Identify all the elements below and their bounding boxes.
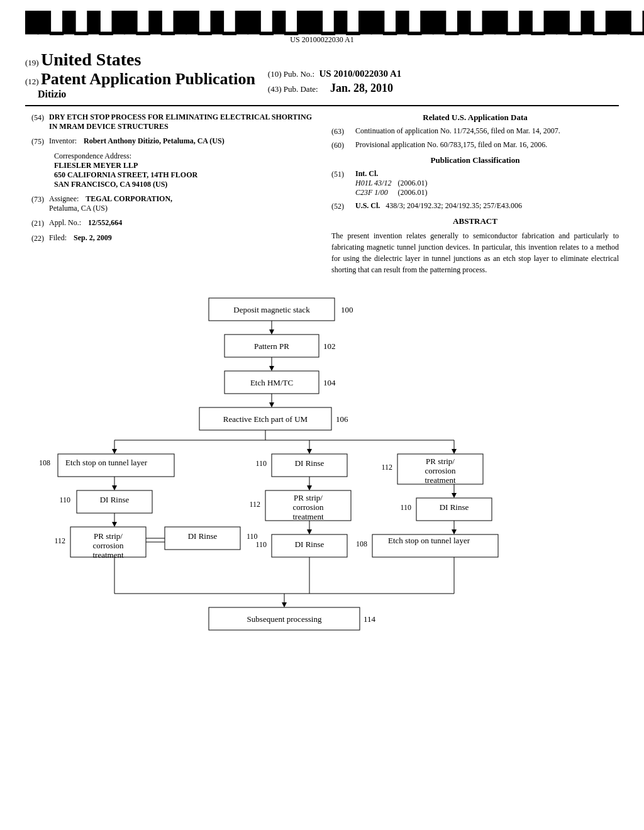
- assignee-content: Assignee: TEGAL CORPORATION, Petaluma, C…: [49, 194, 172, 213]
- pub-num-row: (10) Pub. No.: US 2010/0022030 A1: [268, 69, 402, 79]
- left-column: (54) DRY ETCH STOP PROCESS FOR ELIMINATI…: [25, 113, 313, 275]
- assignee-label: Assignee:: [49, 194, 79, 203]
- int-cl-num: (51): [331, 169, 355, 197]
- int-cl-2-date: (2006.01): [397, 188, 433, 197]
- continuation-num: (63): [331, 126, 355, 136]
- inventor-content: Inventor: Robert Anthony Ditizio, Petalu…: [49, 136, 225, 147]
- flowchart-section: Deposit magnetic stack 100 Pattern PR 10…: [25, 285, 619, 688]
- assignee-section: (73) Assignee: TEGAL CORPORATION, Petalu…: [25, 194, 313, 213]
- right-column: Related U.S. Application Data (63) Conti…: [331, 113, 619, 275]
- flowchart-svg: Deposit magnetic stack 100 Pattern PR 10…: [39, 292, 605, 682]
- filed-num: (22): [25, 233, 49, 243]
- int-cl-1-code: H01L 43/12: [355, 179, 391, 188]
- appl-value: 12/552,664: [88, 218, 122, 227]
- corr-addr1: 650 CALIFORNIA STREET, 14TH FLOOR: [54, 170, 313, 180]
- corr-label: Correspondence Address:: [54, 152, 313, 161]
- pub-class-heading: Publication Classification: [331, 155, 619, 165]
- di-rinse-left-side-id: 110: [247, 532, 258, 541]
- etch-hm-label: Etch HM/TC: [250, 378, 293, 387]
- pr-strip-left-id: 112: [54, 536, 65, 545]
- filed-value: Sep. 2, 2009: [74, 233, 112, 242]
- corr-addr2: SAN FRANCISCO, CA 94108 (US): [54, 180, 313, 189]
- country-prefix: (19) United States: [25, 50, 255, 70]
- subsequent-id: 114: [364, 614, 376, 624]
- etch-stop-right-label1: Etch stop on tunnel layer: [388, 536, 470, 545]
- etch-hm-id: 104: [323, 378, 336, 387]
- inventor-section: (75) Inventor: Robert Anthony Ditizio, P…: [25, 136, 313, 147]
- title-text: DRY ETCH STOP PROCESS FOR ELIMINATING EL…: [49, 113, 312, 131]
- corr-firm: FLIESLER MEYER LLP: [54, 161, 313, 170]
- us-cl-value: 438/3; 204/192.32; 204/192.35; 257/E43.0…: [386, 201, 522, 210]
- subsequent-label: Subsequent processing: [247, 614, 322, 624]
- pub-date-row: (43) Pub. Date: Jan. 28, 2010: [268, 82, 402, 95]
- inventor-label: Inventor:: [49, 136, 77, 145]
- reactive-id: 106: [336, 414, 348, 424]
- pub-type-title: Patent Application Publication: [41, 70, 255, 88]
- svg-marker-23: [112, 522, 117, 527]
- pr-strip-left-label2: corrosion: [92, 541, 124, 550]
- reactive-label: Reactive Etch part of UM: [223, 414, 308, 424]
- di-rinse-right-id: 110: [400, 503, 411, 512]
- svg-marker-13: [112, 449, 117, 454]
- barcode-image: ██▁█▁█▁██▁█▁██▁█▁██▁█▁██▁█▁██▁█▁██▁█▁██▁…: [25, 13, 619, 35]
- deposit-label: Deposit magnetic stack: [233, 305, 310, 314]
- pr-strip-right-label1: PR strip/: [426, 456, 455, 466]
- appl-content: Appl. No.: 12/552,664: [49, 218, 122, 228]
- etch-stop-right-id: 108: [356, 540, 367, 548]
- main-content: (54) DRY ETCH STOP PROCESS FOR ELIMINATI…: [25, 113, 619, 275]
- svg-marker-37: [452, 529, 457, 534]
- filed-section: (22) Filed: Sep. 2, 2009: [25, 233, 313, 243]
- svg-marker-5: [269, 366, 274, 371]
- int-cl-grid: H01L 43/12 (2006.01) C23F 1/00 (2006.01): [355, 179, 434, 197]
- int-cl-1-date: (2006.01): [397, 179, 433, 188]
- int-cl-2-code: C23F 1/00: [355, 188, 391, 197]
- appl-section: (21) Appl. No.: 12/552,664: [25, 218, 313, 228]
- abstract-text: The present invention relates generally …: [331, 230, 619, 275]
- pr-strip-right-label3: treatment: [425, 475, 455, 485]
- pr-strip-center-label2: corrosion: [292, 502, 324, 512]
- pub-type-line: (12) Patent Application Publication: [25, 70, 255, 89]
- header-section: (19) United States (12) Patent Applicati…: [25, 50, 619, 100]
- correspondence-section: Correspondence Address: FLIESLER MEYER L…: [54, 152, 313, 189]
- country-num: (19): [25, 58, 39, 67]
- title-section: (54) DRY ETCH STOP PROCESS FOR ELIMINATI…: [25, 113, 313, 131]
- svg-marker-17: [452, 449, 457, 454]
- int-cl-content: Int. Cl. H01L 43/12 (2006.01) C23F 1/00 …: [355, 169, 434, 197]
- svg-marker-8: [269, 402, 274, 407]
- continuation-section: (63) Continuation of application No. 11/…: [331, 126, 619, 136]
- abstract-heading: ABSTRACT: [331, 216, 619, 226]
- appl-label: Appl. No.:: [49, 218, 81, 227]
- svg-marker-34: [452, 493, 457, 498]
- title-content: DRY ETCH STOP PROCESS FOR ELIMINATING EL…: [49, 113, 313, 131]
- abstract-section: ABSTRACT The present invention relates g…: [331, 216, 619, 275]
- pr-strip-right-label2: corrosion: [425, 466, 456, 475]
- filed-content: Filed: Sep. 2, 2009: [49, 233, 112, 243]
- di-rinse-center-bot-id: 110: [255, 540, 267, 549]
- pub-info: (10) Pub. No.: US 2010/0022030 A1 (43) P…: [268, 50, 402, 95]
- int-cl-section: (51) Int. Cl. H01L 43/12 (2006.01) C23F …: [331, 169, 619, 197]
- continuation-text: Continuation of application No. 11/724,5…: [355, 126, 560, 136]
- di-rinse-center-id: 110: [255, 459, 267, 468]
- svg-marker-30: [307, 529, 312, 534]
- provisional-text: Provisional application No. 60/783,175, …: [355, 140, 547, 150]
- di-rinse-right-label: DI Rinse: [440, 502, 469, 512]
- pub-date-label: (43) Pub. Date:: [268, 84, 318, 94]
- di-rinse-left-side-label: DI Rinse: [188, 531, 218, 541]
- provisional-num: (60): [331, 140, 355, 150]
- pr-strip-center-label1: PR strip/: [294, 493, 323, 502]
- etch-stop-left-label: Etch stop on tunnel layer: [65, 458, 148, 467]
- svg-marker-15: [307, 449, 312, 454]
- di-rinse-center-label: DI Rinse: [295, 458, 325, 468]
- pr-strip-center-label3: treatment: [292, 512, 323, 521]
- svg-marker-27: [307, 485, 312, 490]
- etch-stop-left-id: 108: [39, 458, 50, 467]
- appl-num: (21): [25, 218, 49, 228]
- us-cl-section: (52) U.S. Cl. 438/3; 204/192.32; 204/192…: [331, 201, 619, 211]
- pattern-label: Pattern PR: [254, 341, 289, 351]
- pr-strip-right-id: 112: [381, 463, 392, 472]
- svg-marker-2: [269, 329, 274, 335]
- barcode-area: ██▁█▁█▁██▁█▁██▁█▁██▁█▁██▁█▁██▁█▁██▁█▁██▁…: [25, 13, 619, 45]
- us-cl-content: U.S. Cl. 438/3; 204/192.32; 204/192.35; …: [355, 201, 522, 211]
- svg-marker-20: [112, 485, 117, 490]
- pr-strip-left-label1: PR strip/: [94, 531, 123, 541]
